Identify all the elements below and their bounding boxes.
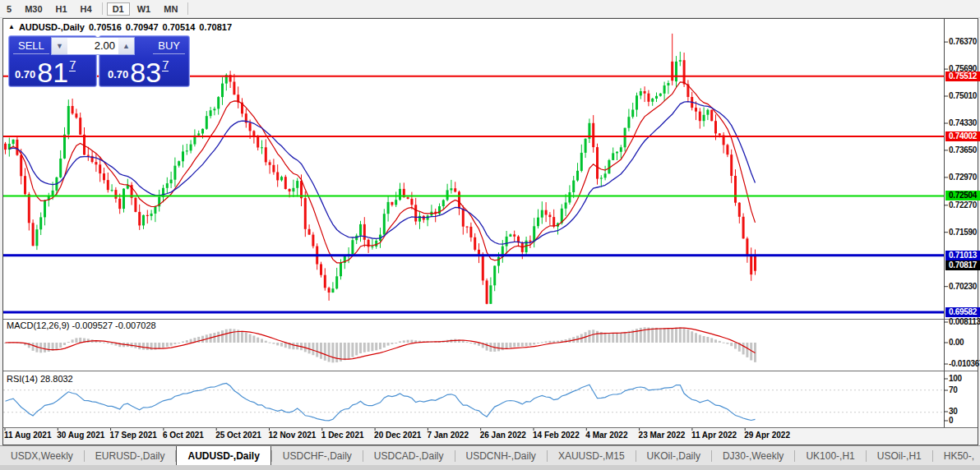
rsi-label: RSI(14) 28.8032 xyxy=(7,374,73,384)
rsi-axis-label: 0 xyxy=(949,416,980,425)
chart-tab-hk50[interactable]: HK50-, xyxy=(933,446,980,466)
chart-tab-usdcaddaily[interactable]: USDCAD-,Daily xyxy=(363,446,455,466)
status-strip xyxy=(0,465,980,470)
chart-symbol-period: AUDUSD-,Daily xyxy=(19,22,85,32)
date-label: 12 Nov 2021 xyxy=(269,431,317,440)
date-label: 20 Dec 2021 xyxy=(374,431,421,440)
chart-tab-bar: USDX,WeeklyEURUSD-,DailyAUDUSD-,DailyUSD… xyxy=(0,445,980,466)
one-click-trading-panel: SELL 0.70 81 7 BUY 0.70 83 7 ▼ 2.00 ▲ xyxy=(8,35,188,85)
date-label: 17 Sep 2021 xyxy=(110,431,157,440)
chart-tab-eurusddaily[interactable]: EURUSD-,Daily xyxy=(85,446,176,466)
level-price-tag: 0.72504 xyxy=(945,191,980,200)
date-label: 30 Aug 2021 xyxy=(57,431,104,440)
volume-increase-icon[interactable]: ▲ xyxy=(118,38,134,54)
price-tick-label: 0.72270 xyxy=(949,200,980,210)
volume-field[interactable]: 2.00 xyxy=(67,38,118,54)
chart-title: ▲ AUDUSD-,Daily 0.70516 0.70947 0.70514 … xyxy=(8,22,232,32)
price-tick-label: 0.70230 xyxy=(949,282,980,291)
buy-label[interactable]: BUY xyxy=(153,39,185,54)
sell-price: 0.70 81 7 xyxy=(15,59,76,85)
macd-axis-label: -0.010367 xyxy=(949,359,980,368)
date-label: 1 Dec 2021 xyxy=(321,431,364,440)
price-tick-label: 0.74330 xyxy=(949,118,980,127)
price-tick-label: 0.73650 xyxy=(949,145,980,154)
tab-row: USDX,WeeklyEURUSD-,DailyAUDUSD-,DailyUSD… xyxy=(0,446,980,466)
chart-tab-audusddaily[interactable]: AUDUSD-,Daily xyxy=(176,446,270,466)
date-label: 25 Oct 2021 xyxy=(215,431,261,440)
ohlc-low: 0.70514 xyxy=(163,22,196,32)
date-label: 4 Mar 2022 xyxy=(585,431,627,440)
rsi-axis-label: 100 xyxy=(949,374,980,383)
chart-tab-usoilh1[interactable]: USOil-,H1 xyxy=(867,446,932,466)
level-price-tag: 0.75512 xyxy=(945,71,980,81)
level-price-tag: 0.74002 xyxy=(945,131,980,141)
sell-label[interactable]: SELL xyxy=(13,39,49,54)
level-price-tag: 0.71013 xyxy=(945,251,980,260)
price-tick-label: 0.71590 xyxy=(949,228,980,237)
chart-tab-usdxweekly[interactable]: USDX,Weekly xyxy=(0,446,84,466)
date-label: 26 Jan 2022 xyxy=(480,431,526,440)
chart-tab-usdchfdaily[interactable]: USDCHF-,Daily xyxy=(272,446,363,466)
ohlc-open: 0.70516 xyxy=(89,22,122,32)
rsi-axis-label: 30 xyxy=(949,407,980,416)
price-tick-label: 0.72970 xyxy=(949,173,980,182)
chart-tab-uk100h1[interactable]: UK100-,H1 xyxy=(795,446,865,466)
chart-tab-usdcnhdaily[interactable]: USDCNH-,Daily xyxy=(455,446,547,466)
date-label: 11 Apr 2022 xyxy=(691,431,737,440)
date-label: 14 Feb 2022 xyxy=(533,431,580,440)
chart-tab-xauusdm15[interactable]: XAUUSD-,M15 xyxy=(548,446,636,466)
volume-stepper: ▼ 2.00 ▲ xyxy=(51,37,135,55)
date-label: 7 Jan 2022 xyxy=(427,431,469,440)
macd-label: MACD(12,26,9) -0.009527 -0.007028 xyxy=(7,320,156,330)
ohlc-high: 0.70947 xyxy=(126,22,159,32)
macd-axis-label: 0.00 xyxy=(949,338,980,347)
macd-axis-label: 0.008113 xyxy=(949,317,980,326)
price-tick-label: 0.75010 xyxy=(949,91,980,100)
current-price-tag: 0.70817 xyxy=(945,260,980,270)
collapse-panel-icon[interactable]: ▲ xyxy=(8,23,15,30)
rsi-axis-label: 70 xyxy=(949,385,980,394)
trading-terminal-window: 5M30H1H4D1W1MN ▲ AUDUSD-,Daily 0.70516 0… xyxy=(0,0,980,470)
chart-tab-ukoildaily[interactable]: UKOil-,Daily xyxy=(636,446,711,466)
price-tick-label: 0.76370 xyxy=(949,37,980,46)
date-label: 29 Apr 2022 xyxy=(744,431,790,440)
level-price-tag: 0.69582 xyxy=(945,307,980,317)
volume-decrease-icon[interactable]: ▼ xyxy=(52,38,67,54)
ohlc-close: 0.70817 xyxy=(199,22,232,32)
date-label: 23 Mar 2022 xyxy=(639,431,686,440)
buy-price: 0.70 83 7 xyxy=(108,59,169,85)
date-label: 11 Aug 2021 xyxy=(4,431,51,440)
date-label: 6 Oct 2021 xyxy=(163,431,204,440)
chart-tab-dj30weekly[interactable]: DJ30-,Weekly xyxy=(712,446,794,466)
